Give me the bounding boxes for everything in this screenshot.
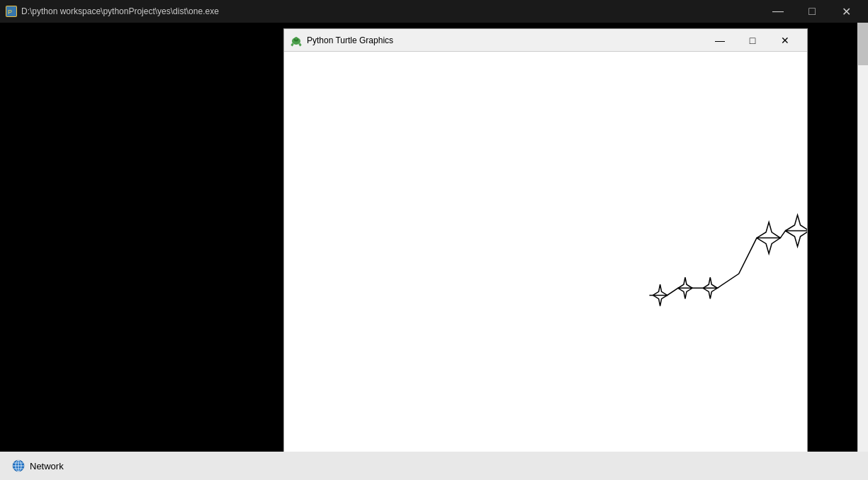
network-item[interactable]: Network: [6, 456, 69, 476]
turtle-title-bar: Python Turtle Graphics — □ ✕: [284, 29, 807, 52]
turtle-window: Python Turtle Graphics — □ ✕: [283, 28, 808, 480]
fractal-drawing: [284, 52, 807, 480]
turtle-maximize-button[interactable]: □: [736, 30, 769, 51]
turtle-icon: [290, 34, 303, 47]
network-icon: [11, 459, 26, 473]
maximize-button[interactable]: □: [796, 0, 828, 23]
turtle-canvas: [284, 52, 807, 480]
turtle-title-buttons: — □ ✕: [704, 30, 801, 51]
title-bar-text: D:\python workspace\pythonProject\yes\di…: [21, 6, 762, 16]
turtle-minimize-button[interactable]: —: [704, 30, 736, 51]
turtle-close-button[interactable]: ✕: [769, 30, 801, 51]
app-icon: P: [6, 6, 17, 17]
scrollbar-thumb[interactable]: [858, 23, 868, 65]
left-panel: [0, 23, 276, 480]
taskbar: Network: [0, 452, 868, 480]
network-label: Network: [30, 461, 64, 471]
minimize-button[interactable]: —: [762, 0, 794, 23]
scrollbar[interactable]: [857, 23, 868, 480]
title-bar-buttons: — □ ✕: [762, 0, 862, 23]
svg-text:P: P: [8, 9, 12, 16]
close-button[interactable]: ✕: [830, 0, 862, 23]
turtle-window-title: Python Turtle Graphics: [307, 35, 704, 45]
svg-point-4: [295, 37, 298, 40]
main-title-bar: P D:\python workspace\pythonProject\yes\…: [0, 0, 868, 23]
